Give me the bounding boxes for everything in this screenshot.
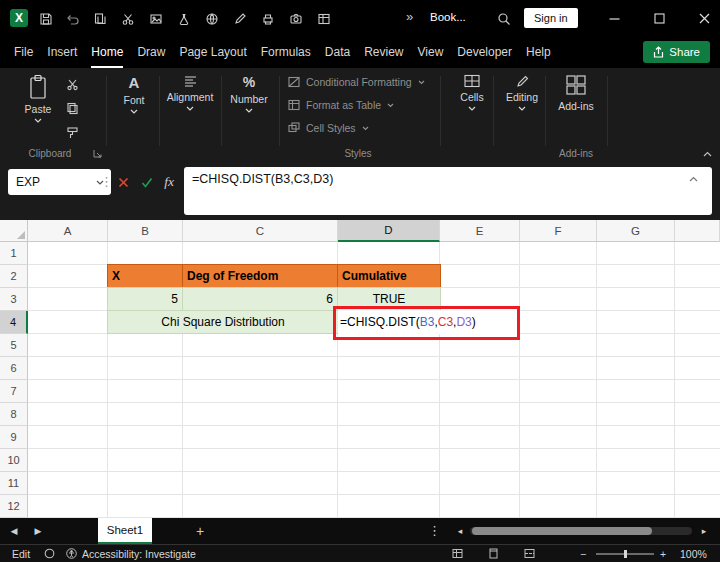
addins-button[interactable]: Add-ins xyxy=(552,73,600,112)
format-painter-button[interactable] xyxy=(66,126,79,139)
cell-styles-button[interactable]: Cell Styles xyxy=(288,122,369,134)
collapse-ribbon-button[interactable] xyxy=(703,151,712,157)
accessibility-status[interactable]: Accessibility: Investigate xyxy=(82,545,196,562)
zoom-slider-thumb[interactable] xyxy=(624,550,627,558)
sheet-nav-right-button[interactable]: ▶ xyxy=(28,518,48,544)
macro-record-icon[interactable] xyxy=(44,545,55,562)
minimize-button[interactable] xyxy=(598,0,630,36)
cell-d4-formula-edit[interactable]: =CHISQ.DIST(B3,C3,D3) xyxy=(338,310,519,334)
zoom-out-button[interactable]: − xyxy=(580,545,586,562)
tab-file[interactable]: File xyxy=(14,36,33,68)
notebook-icon[interactable] xyxy=(92,11,108,27)
row-header-6[interactable]: 6 xyxy=(0,357,28,380)
normal-view-icon[interactable] xyxy=(452,545,463,562)
cell-d2[interactable]: Cumulative xyxy=(337,264,441,288)
accessibility-icon[interactable] xyxy=(66,545,77,562)
tab-home[interactable]: Home xyxy=(91,36,123,68)
tab-developer[interactable]: Developer xyxy=(457,36,512,68)
column-header-a[interactable]: A xyxy=(28,220,108,242)
row-header-12[interactable]: 12 xyxy=(0,495,28,518)
share-button[interactable]: Share xyxy=(643,41,710,63)
close-button[interactable] xyxy=(688,0,720,36)
row-header-8[interactable]: 8 xyxy=(0,403,28,426)
cells-button[interactable]: Cells xyxy=(452,74,492,111)
scissors-icon[interactable] xyxy=(120,11,136,27)
cell-d3[interactable]: TRUE xyxy=(337,287,441,311)
printer-icon[interactable] xyxy=(260,11,276,27)
row-header-2[interactable]: 2 xyxy=(0,265,28,288)
page-break-view-icon[interactable] xyxy=(524,545,535,562)
number-button[interactable]: % Number xyxy=(226,74,272,113)
cell-b3[interactable]: 5 xyxy=(107,287,184,311)
column-header-e[interactable]: E xyxy=(440,220,520,242)
row-header-10[interactable]: 10 xyxy=(0,449,28,472)
row-header-1[interactable]: 1 xyxy=(0,242,28,265)
column-header-c[interactable]: C xyxy=(183,220,338,242)
row-header-9[interactable]: 9 xyxy=(0,426,28,449)
camera-icon[interactable] xyxy=(288,11,304,27)
select-all-corner[interactable] xyxy=(0,220,28,242)
sheet-options-dots[interactable]: ⋮ xyxy=(428,523,441,538)
row-header-4[interactable]: 4 xyxy=(0,311,28,334)
tab-help[interactable]: Help xyxy=(526,36,551,68)
zoom-level[interactable]: 100% xyxy=(680,545,707,562)
alignment-button[interactable]: Alignment xyxy=(164,74,216,111)
image-icon[interactable] xyxy=(148,11,164,27)
column-header-b[interactable]: B xyxy=(108,220,183,242)
cell-b4-c4-merged[interactable]: Chi Square Distribution xyxy=(107,310,339,334)
chevron-down-icon xyxy=(34,118,42,123)
gridline xyxy=(519,242,520,518)
paste-button[interactable]: Paste xyxy=(16,74,60,123)
tab-review[interactable]: Review xyxy=(364,36,403,68)
cell-c2[interactable]: Deg of Freedom xyxy=(182,264,339,288)
sign-in-button[interactable]: Sign in xyxy=(524,8,578,28)
toolbar-overflow-icon[interactable]: » xyxy=(406,9,413,24)
scroll-left-button[interactable]: ◂ xyxy=(450,518,470,544)
page-layout-view-icon[interactable] xyxy=(488,545,499,562)
tab-insert[interactable]: Insert xyxy=(47,36,77,68)
cancel-button[interactable] xyxy=(112,169,134,195)
insert-function-button[interactable]: fx xyxy=(158,169,180,195)
font-button[interactable]: A Font xyxy=(112,74,156,114)
tab-draw[interactable]: Draw xyxy=(137,36,165,68)
cell-c3[interactable]: 6 xyxy=(182,287,339,311)
column-header-d[interactable]: D xyxy=(338,220,440,242)
horizontal-scrollbar-thumb[interactable] xyxy=(472,527,652,535)
globe-icon[interactable] xyxy=(204,11,220,27)
tab-data[interactable]: Data xyxy=(325,36,350,68)
collapse-formula-bar-button[interactable] xyxy=(689,176,698,182)
row-header-11[interactable]: 11 xyxy=(0,472,28,495)
table-icon[interactable] xyxy=(316,11,332,27)
scroll-right-button[interactable]: ▸ xyxy=(694,518,714,544)
column-header-f[interactable]: F xyxy=(520,220,597,242)
row-header-5[interactable]: 5 xyxy=(0,334,28,357)
add-sheet-button[interactable]: + xyxy=(190,518,210,544)
cut-button[interactable] xyxy=(66,78,79,91)
pen-icon[interactable] xyxy=(232,11,248,27)
excel-logo-icon[interactable]: X xyxy=(10,9,28,27)
copy-button[interactable] xyxy=(66,102,79,115)
row-header-3[interactable]: 3 xyxy=(0,288,28,311)
column-header-g[interactable]: G xyxy=(597,220,675,242)
format-as-table-button[interactable]: Format as Table xyxy=(288,99,394,111)
tab-formulas[interactable]: Formulas xyxy=(261,36,311,68)
cell-b2[interactable]: X xyxy=(107,264,184,288)
zoom-in-button[interactable]: + xyxy=(660,545,666,562)
search-icon[interactable] xyxy=(495,10,513,28)
formula-bar-input[interactable]: =CHISQ.DIST(B3,C3,D3) xyxy=(184,167,712,215)
flask-icon[interactable] xyxy=(176,11,192,27)
conditional-formatting-button[interactable]: Conditional Formatting xyxy=(288,76,425,88)
maximize-button[interactable] xyxy=(643,0,675,36)
dialog-launcher-icon[interactable] xyxy=(93,149,102,158)
editing-button[interactable]: Editing xyxy=(500,74,544,111)
tab-view[interactable]: View xyxy=(418,36,444,68)
undo-icon[interactable] xyxy=(64,11,80,27)
sheet-nav-left-button[interactable]: ◀ xyxy=(4,518,24,544)
name-box[interactable]: EXP xyxy=(8,169,111,195)
column-header-partial[interactable] xyxy=(675,220,720,242)
sheet-tab-sheet1[interactable]: Sheet1 xyxy=(98,518,152,544)
enter-button[interactable] xyxy=(136,169,158,195)
save-icon[interactable] xyxy=(38,11,54,27)
tab-page-layout[interactable]: Page Layout xyxy=(179,36,246,68)
row-header-7[interactable]: 7 xyxy=(0,380,28,403)
